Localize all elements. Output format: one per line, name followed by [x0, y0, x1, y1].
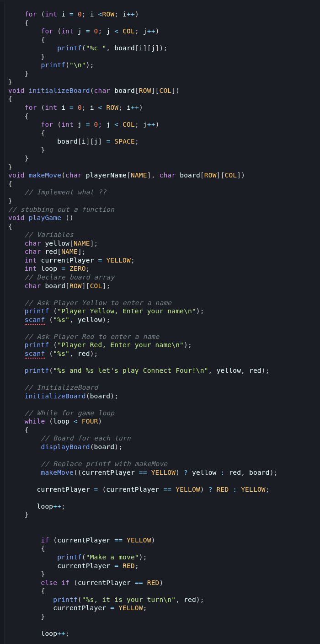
code-line[interactable]: }: [8, 146, 316, 155]
code-line[interactable]: }: [8, 78, 316, 86]
code-line[interactable]: // While for game loop: [8, 409, 316, 418]
code-line[interactable]: currentPlayer = YELLOW;: [8, 604, 316, 612]
code-line[interactable]: for (int j = 0; j < COL; j++): [8, 120, 316, 129]
code-line[interactable]: for (int j = 0; j < COL; j++): [8, 27, 316, 36]
code-line[interactable]: // Ask Player Red to enter a name: [8, 333, 316, 341]
code-line[interactable]: [8, 451, 316, 460]
code-line[interactable]: currentPlayer = (currentPlayer == YELLOW…: [8, 485, 316, 494]
code-line[interactable]: }: [8, 163, 316, 172]
code-line[interactable]: // Declare board array: [8, 273, 316, 282]
code-line[interactable]: }: [8, 70, 316, 78]
code-line[interactable]: void makeMove(char playerName[NAME], cha…: [8, 171, 316, 180]
code-line[interactable]: if (currentPlayer == YELLOW): [8, 536, 316, 545]
code-line[interactable]: for (int i = 0; i < ROW; i++): [8, 103, 316, 112]
code-line[interactable]: {: [8, 180, 316, 188]
code-line[interactable]: printf("%s, it is your turn\n", red);: [8, 596, 316, 604]
code-line[interactable]: {: [8, 587, 316, 596]
code-line[interactable]: currentPlayer = RED;: [8, 562, 316, 570]
code-line[interactable]: printf("Make a move");: [8, 553, 316, 562]
code-line[interactable]: {: [8, 129, 316, 138]
code-line[interactable]: [8, 519, 316, 528]
code-line[interactable]: // Board for each turn: [8, 434, 316, 443]
code-line[interactable]: void playGame (): [8, 214, 316, 222]
code-line[interactable]: [8, 400, 316, 409]
code-line[interactable]: [8, 324, 316, 333]
code-line[interactable]: // Replace printf with makeMove: [8, 460, 316, 468]
code-line[interactable]: displayBoard(board);: [8, 443, 316, 451]
minimap-gutter: [0, 2, 5, 644]
code-line[interactable]: loop++;: [8, 629, 316, 638]
code-line[interactable]: // Implement what ??: [8, 188, 316, 197]
code-line[interactable]: [8, 527, 316, 536]
code-line[interactable]: printf("%c ", board[i][j]);: [8, 44, 316, 53]
code-line[interactable]: }: [8, 570, 316, 579]
code-line[interactable]: // InitializeBoard: [8, 383, 316, 392]
code-line[interactable]: else if (currentPlayer == RED): [8, 579, 316, 587]
code-line[interactable]: // stubbing out a function: [8, 205, 316, 214]
code-line[interactable]: }: [8, 510, 316, 519]
code-editor[interactable]: for (int i = 0; i <ROW; i++) { for (int …: [5, 2, 320, 644]
code-line[interactable]: makeMove((currentPlayer == YELLOW) ? yel…: [8, 468, 316, 477]
code-line[interactable]: scanf ("%s", red);: [8, 349, 316, 358]
code-line[interactable]: printf("%s and %s let's play Connect Fou…: [8, 366, 316, 375]
code-line[interactable]: {: [8, 19, 316, 27]
code-line[interactable]: int currentPlayer = YELLOW;: [8, 256, 316, 265]
code-line[interactable]: [8, 494, 316, 502]
code-line[interactable]: {: [8, 95, 316, 103]
code-line[interactable]: {: [8, 426, 316, 435]
code-line[interactable]: int loop = ZERO;: [8, 264, 316, 273]
code-line[interactable]: // Variables: [8, 231, 316, 239]
code-line[interactable]: [8, 477, 316, 485]
code-line[interactable]: char red[NAME];: [8, 247, 316, 256]
code-line[interactable]: }: [8, 612, 316, 621]
code-line[interactable]: initializeBoard(board);: [8, 392, 316, 401]
code-line[interactable]: char yellow[NAME];: [8, 239, 316, 248]
code-line[interactable]: }: [8, 53, 316, 61]
code-line[interactable]: loop++;: [8, 502, 316, 511]
code-line[interactable]: [8, 621, 316, 629]
code-line[interactable]: char board[ROW][COL];: [8, 282, 316, 290]
code-line[interactable]: [8, 375, 316, 384]
editor-wrapper: for (int i = 0; i <ROW; i++) { for (int …: [0, 0, 320, 644]
code-line[interactable]: board[i][j] = SPACE;: [8, 137, 316, 146]
code-line[interactable]: printf ("Player Red, Enter your name\n")…: [8, 341, 316, 349]
code-line[interactable]: while (loop < FOUR): [8, 417, 316, 426]
code-line[interactable]: {: [8, 36, 316, 44]
code-line[interactable]: for (int i = 0; i <ROW; i++): [8, 10, 316, 19]
code-line[interactable]: // Ask Player Yellow to enter a name: [8, 299, 316, 307]
code-line[interactable]: {: [8, 222, 316, 231]
code-line[interactable]: {: [8, 112, 316, 121]
code-line[interactable]: }: [8, 154, 316, 163]
code-line[interactable]: printf ("Player Yellow, Enter your name\…: [8, 307, 316, 316]
code-line[interactable]: scanf ("%s", yellow);: [8, 316, 316, 324]
code-line[interactable]: void initializeBoard(char board[ROW][COL…: [8, 86, 316, 95]
code-line[interactable]: [8, 290, 316, 299]
code-line[interactable]: printf("\n");: [8, 61, 316, 70]
code-line[interactable]: }: [8, 197, 316, 205]
code-line[interactable]: [8, 358, 316, 366]
code-line[interactable]: {: [8, 544, 316, 553]
